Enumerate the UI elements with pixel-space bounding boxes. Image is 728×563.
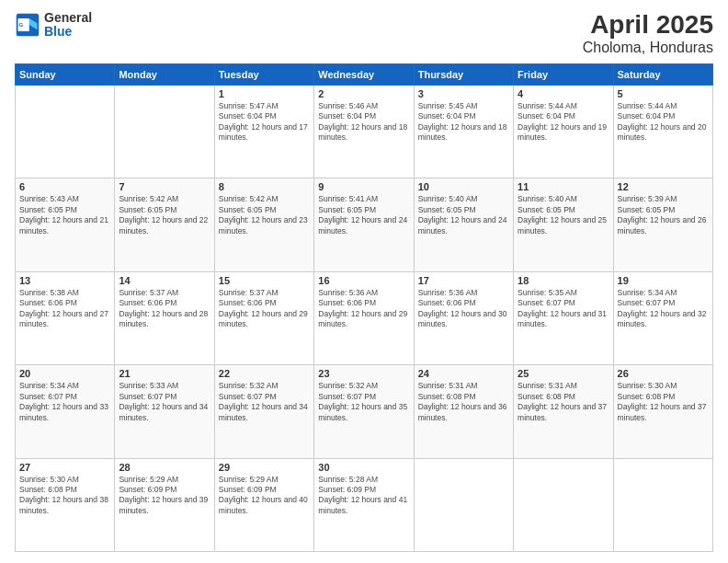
calendar-cell: 30Sunrise: 5:28 AM Sunset: 6:09 PM Dayli… (314, 458, 414, 551)
calendar-cell (414, 458, 513, 551)
day-info: Sunrise: 5:28 AM Sunset: 6:09 PM Dayligh… (318, 475, 409, 517)
calendar-cell: 10Sunrise: 5:40 AM Sunset: 6:05 PM Dayli… (414, 178, 513, 271)
calendar-week-row: 1Sunrise: 5:47 AM Sunset: 6:04 PM Daylig… (16, 85, 713, 178)
calendar-cell: 24Sunrise: 5:31 AM Sunset: 6:08 PM Dayli… (414, 365, 513, 458)
calendar-cell: 17Sunrise: 5:36 AM Sunset: 6:06 PM Dayli… (414, 271, 513, 364)
calendar-cell: 21Sunrise: 5:33 AM Sunset: 6:07 PM Dayli… (115, 365, 214, 458)
day-number: 24 (418, 368, 509, 379)
calendar-cell: 9Sunrise: 5:41 AM Sunset: 6:05 PM Daylig… (314, 178, 414, 271)
day-info: Sunrise: 5:37 AM Sunset: 6:06 PM Dayligh… (219, 288, 310, 330)
day-number: 13 (19, 275, 110, 286)
day-info: Sunrise: 5:33 AM Sunset: 6:07 PM Dayligh… (119, 381, 210, 423)
day-info: Sunrise: 5:43 AM Sunset: 6:05 PM Dayligh… (19, 194, 110, 236)
svg-text:G: G (18, 21, 23, 28)
day-info: Sunrise: 5:44 AM Sunset: 6:04 PM Dayligh… (618, 101, 709, 144)
calendar-cell (115, 85, 214, 178)
calendar-cell: 6Sunrise: 5:43 AM Sunset: 6:05 PM Daylig… (16, 178, 115, 271)
calendar-cell (16, 85, 115, 178)
calendar-cell: 11Sunrise: 5:40 AM Sunset: 6:05 PM Dayli… (514, 178, 613, 271)
day-info: Sunrise: 5:41 AM Sunset: 6:05 PM Dayligh… (318, 194, 409, 236)
day-number: 8 (219, 181, 310, 192)
day-number: 23 (318, 368, 409, 379)
day-number: 18 (518, 275, 609, 286)
page-title: April 2025 (583, 11, 713, 40)
day-info: Sunrise: 5:35 AM Sunset: 6:07 PM Dayligh… (518, 288, 609, 330)
calendar-cell: 2Sunrise: 5:46 AM Sunset: 6:04 PM Daylig… (314, 85, 414, 178)
calendar-cell (514, 458, 613, 551)
calendar-header-monday: Monday (115, 63, 214, 85)
day-number: 20 (19, 368, 110, 379)
day-info: Sunrise: 5:31 AM Sunset: 6:08 PM Dayligh… (418, 381, 509, 423)
day-number: 22 (219, 368, 310, 379)
calendar-cell: 22Sunrise: 5:32 AM Sunset: 6:07 PM Dayli… (214, 365, 313, 458)
calendar-cell: 19Sunrise: 5:34 AM Sunset: 6:07 PM Dayli… (613, 271, 712, 364)
calendar-cell: 25Sunrise: 5:31 AM Sunset: 6:08 PM Dayli… (514, 365, 613, 458)
calendar-cell: 8Sunrise: 5:42 AM Sunset: 6:05 PM Daylig… (214, 178, 313, 271)
day-number: 25 (518, 368, 609, 379)
calendar-week-row: 27Sunrise: 5:30 AM Sunset: 6:08 PM Dayli… (16, 458, 713, 551)
day-info: Sunrise: 5:47 AM Sunset: 6:04 PM Dayligh… (219, 101, 310, 144)
calendar-table: SundayMondayTuesdayWednesdayThursdayFrid… (15, 63, 713, 552)
calendar-header-tuesday: Tuesday (214, 63, 313, 85)
calendar-header-friday: Friday (514, 63, 613, 85)
logo-icon: G (15, 12, 40, 38)
calendar-cell: 15Sunrise: 5:37 AM Sunset: 6:06 PM Dayli… (214, 271, 313, 364)
calendar-cell: 27Sunrise: 5:30 AM Sunset: 6:08 PM Dayli… (16, 458, 115, 551)
calendar-cell (613, 458, 712, 551)
day-info: Sunrise: 5:37 AM Sunset: 6:06 PM Dayligh… (119, 288, 210, 330)
day-info: Sunrise: 5:40 AM Sunset: 6:05 PM Dayligh… (418, 194, 509, 236)
day-info: Sunrise: 5:42 AM Sunset: 6:05 PM Dayligh… (219, 194, 310, 236)
day-info: Sunrise: 5:45 AM Sunset: 6:04 PM Dayligh… (418, 101, 509, 144)
calendar-cell: 14Sunrise: 5:37 AM Sunset: 6:06 PM Dayli… (115, 271, 214, 364)
calendar-cell: 13Sunrise: 5:38 AM Sunset: 6:06 PM Dayli… (16, 271, 115, 364)
day-number: 28 (119, 462, 210, 473)
calendar-week-row: 20Sunrise: 5:34 AM Sunset: 6:07 PM Dayli… (16, 365, 713, 458)
header: G General Blue April 2025 Choloma, Hondu… (15, 11, 713, 56)
calendar-cell: 26Sunrise: 5:30 AM Sunset: 6:08 PM Dayli… (613, 365, 712, 458)
day-number: 16 (318, 275, 409, 286)
day-info: Sunrise: 5:36 AM Sunset: 6:06 PM Dayligh… (418, 288, 509, 330)
calendar-cell: 20Sunrise: 5:34 AM Sunset: 6:07 PM Dayli… (16, 365, 115, 458)
day-info: Sunrise: 5:46 AM Sunset: 6:04 PM Dayligh… (318, 101, 409, 144)
logo: G General Blue (15, 11, 92, 40)
day-number: 5 (618, 88, 709, 99)
calendar-cell: 28Sunrise: 5:29 AM Sunset: 6:09 PM Dayli… (115, 458, 214, 551)
day-info: Sunrise: 5:39 AM Sunset: 6:05 PM Dayligh… (618, 194, 709, 236)
day-info: Sunrise: 5:30 AM Sunset: 6:08 PM Dayligh… (618, 381, 709, 423)
day-info: Sunrise: 5:34 AM Sunset: 6:07 PM Dayligh… (618, 288, 709, 330)
day-number: 27 (19, 462, 110, 473)
calendar-header-saturday: Saturday (613, 63, 712, 85)
day-info: Sunrise: 5:29 AM Sunset: 6:09 PM Dayligh… (119, 475, 210, 517)
calendar-week-row: 6Sunrise: 5:43 AM Sunset: 6:05 PM Daylig… (16, 178, 713, 271)
day-info: Sunrise: 5:32 AM Sunset: 6:07 PM Dayligh… (318, 381, 409, 423)
day-number: 3 (418, 88, 509, 99)
day-info: Sunrise: 5:42 AM Sunset: 6:05 PM Dayligh… (119, 194, 210, 236)
calendar-cell: 18Sunrise: 5:35 AM Sunset: 6:07 PM Dayli… (514, 271, 613, 364)
calendar-cell: 7Sunrise: 5:42 AM Sunset: 6:05 PM Daylig… (115, 178, 214, 271)
day-info: Sunrise: 5:38 AM Sunset: 6:06 PM Dayligh… (19, 288, 110, 330)
calendar-header-thursday: Thursday (414, 63, 513, 85)
day-number: 1 (219, 88, 310, 99)
day-number: 15 (219, 275, 310, 286)
calendar-cell: 23Sunrise: 5:32 AM Sunset: 6:07 PM Dayli… (314, 365, 414, 458)
day-info: Sunrise: 5:31 AM Sunset: 6:08 PM Dayligh… (518, 381, 609, 423)
day-info: Sunrise: 5:36 AM Sunset: 6:06 PM Dayligh… (318, 288, 409, 330)
day-info: Sunrise: 5:44 AM Sunset: 6:04 PM Dayligh… (518, 101, 609, 144)
day-number: 26 (618, 368, 709, 379)
day-info: Sunrise: 5:29 AM Sunset: 6:09 PM Dayligh… (219, 475, 310, 517)
calendar-header-sunday: Sunday (16, 63, 115, 85)
day-number: 4 (518, 88, 609, 99)
day-number: 30 (318, 462, 409, 473)
calendar-cell: 1Sunrise: 5:47 AM Sunset: 6:04 PM Daylig… (214, 85, 313, 178)
day-number: 9 (318, 181, 409, 192)
day-info: Sunrise: 5:40 AM Sunset: 6:05 PM Dayligh… (518, 194, 609, 236)
calendar-cell: 12Sunrise: 5:39 AM Sunset: 6:05 PM Dayli… (613, 178, 712, 271)
logo-text: General Blue (44, 11, 92, 40)
calendar-header-row: SundayMondayTuesdayWednesdayThursdayFrid… (16, 63, 713, 85)
calendar-cell: 16Sunrise: 5:36 AM Sunset: 6:06 PM Dayli… (314, 271, 414, 364)
day-info: Sunrise: 5:30 AM Sunset: 6:08 PM Dayligh… (19, 475, 110, 517)
calendar-cell: 3Sunrise: 5:45 AM Sunset: 6:04 PM Daylig… (414, 85, 513, 178)
day-number: 19 (618, 275, 709, 286)
day-number: 6 (19, 181, 110, 192)
day-number: 10 (418, 181, 509, 192)
